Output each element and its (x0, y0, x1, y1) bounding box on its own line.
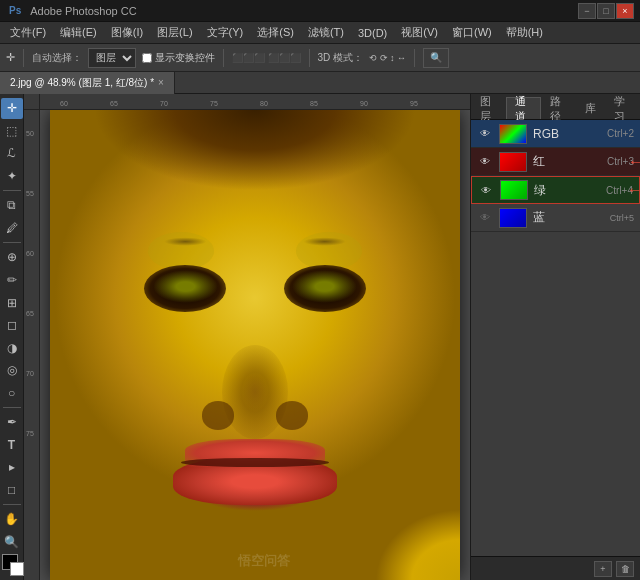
auto-select-dropdown[interactable]: 图层 (88, 48, 136, 68)
tab-learn[interactable]: 学习 (605, 97, 640, 119)
tab-layers[interactable]: 图层 (471, 97, 506, 119)
ruler-mark-80: 80 (260, 100, 268, 107)
stamp-tool[interactable]: ⊞ (1, 292, 23, 313)
menu-item-编辑(E)[interactable]: 编辑(E) (54, 23, 103, 43)
canvas-wrapper (40, 110, 470, 580)
crop-tool[interactable]: ⧉ (1, 195, 23, 216)
tool-separator-3 (3, 407, 21, 408)
menu-item-3D(D)[interactable]: 3D(D) (352, 23, 393, 43)
gradient-tool[interactable]: ◑ (1, 337, 23, 358)
3d-icons: ⟲ ⟳ ↕ ↔ (369, 53, 406, 63)
path-selection-tool[interactable]: ▸ (1, 457, 23, 478)
menu-item-视图(V)[interactable]: 视图(V) (395, 23, 444, 43)
ruler-mark-90: 90 (360, 100, 368, 107)
nose-shadow (222, 345, 288, 439)
menu-item-文件(F)[interactable]: 文件(F) (4, 23, 52, 43)
zoom-tool[interactable]: 🔍 (1, 532, 23, 553)
mouth-line (181, 458, 329, 467)
channel-row-green[interactable]: 👁 绿 Ctrl+4 ← (471, 176, 640, 204)
tab-channels[interactable]: 通道 (506, 97, 541, 119)
move-tool[interactable]: ✛ (1, 98, 23, 119)
dodge-tool[interactable]: ○ (1, 382, 23, 403)
text-tool[interactable]: T (1, 434, 23, 455)
tab-paths[interactable]: 路径 (541, 97, 576, 119)
doc-tab-label: 2.jpg @ 48.9% (图层 1, 红/8位) * (10, 76, 154, 90)
swatch-container[interactable] (2, 554, 22, 574)
align-label: ⬛⬛⬛ ⬛⬛⬛ (232, 53, 301, 63)
separator-1 (23, 49, 24, 67)
menu-item-窗口(W)[interactable]: 窗口(W) (446, 23, 498, 43)
show-transform-checkbox[interactable]: 显示变换控件 (142, 51, 215, 65)
ruler-vertical: 50 55 60 65 70 75 (24, 110, 40, 580)
pen-tool[interactable]: ✒ (1, 412, 23, 433)
visibility-icon-red[interactable]: 👁 (477, 154, 493, 170)
menu-item-文字(Y)[interactable]: 文字(Y) (201, 23, 250, 43)
tab-library[interactable]: 库 (576, 97, 605, 119)
channel-row-blue[interactable]: 👁 蓝 Ctrl+5 (471, 204, 640, 232)
eyedropper-tool[interactable]: 🖉 (1, 218, 23, 239)
lasso-tool[interactable]: ℒ (1, 143, 23, 164)
channel-row-red[interactable]: 👁 红 Ctrl+3 ← (471, 148, 640, 176)
doc-tab-active[interactable]: 2.jpg @ 48.9% (图层 1, 红/8位) * × (0, 72, 175, 94)
menu-item-图像(I)[interactable]: 图像(I) (105, 23, 149, 43)
ruler-mark-v-60: 60 (26, 250, 34, 257)
nostril-right (276, 401, 309, 429)
search-button[interactable]: 🔍 (423, 48, 449, 68)
ruler-mark-85: 85 (310, 100, 318, 107)
color-swatches (2, 554, 22, 574)
menu-item-选择(S)[interactable]: 选择(S) (251, 23, 300, 43)
delete-channel-button[interactable]: 🗑 (616, 561, 634, 577)
ruler-corner (24, 94, 40, 110)
channel-row-rgb[interactable]: 👁 RGB Ctrl+2 (471, 120, 640, 148)
tool-separator-4 (3, 504, 21, 505)
minimize-button[interactable]: − (578, 3, 596, 19)
ruler-mark-v-55: 55 (26, 190, 34, 197)
channel-thumb-green (500, 180, 528, 200)
hair-overlay (50, 110, 460, 190)
close-button[interactable]: × (616, 3, 634, 19)
tool-separator-2 (3, 242, 21, 243)
eye-highlight-right (292, 270, 358, 303)
red-arrow-green: ← (627, 182, 640, 198)
separator-3 (309, 49, 310, 67)
channel-thumb-rgb (499, 124, 527, 144)
app-title: Adobe Photoshop CC (30, 5, 136, 17)
eraser-tool[interactable]: ◻ (1, 315, 23, 336)
ruler-mark-60: 60 (60, 100, 68, 107)
shape-tool[interactable]: □ (1, 480, 23, 501)
tool-separator-1 (3, 190, 21, 191)
ruler-mark-65: 65 (110, 100, 118, 107)
canvas-area: 60 65 70 75 80 85 90 95 50 55 60 65 70 7… (24, 94, 470, 580)
channel-thumb-red (499, 152, 527, 172)
channels-panel: 👁 RGB Ctrl+2 👁 红 Ctrl+3 ← 👁 绿 Ctrl+4 (471, 120, 640, 556)
title-bar-right: − □ × (578, 3, 634, 19)
ruler-mark-v-70: 70 (26, 370, 34, 377)
brush-tool[interactable]: ✏ (1, 270, 23, 291)
visibility-icon-rgb[interactable]: 👁 (477, 126, 493, 142)
main-area: ✛ ⬚ ℒ ✦ ⧉ 🖉 ⊕ ✏ ⊞ ◻ ◑ ◎ ○ ✒ T ▸ □ ✋ 🔍 (0, 94, 640, 580)
visibility-icon-green[interactable]: 👁 (478, 182, 494, 198)
menu-item-图层(L)[interactable]: 图层(L) (151, 23, 198, 43)
menu-item-帮助(H)[interactable]: 帮助(H) (500, 23, 549, 43)
selection-tool[interactable]: ⬚ (1, 121, 23, 142)
visibility-icon-blue[interactable]: 👁 (477, 210, 493, 226)
new-channel-button[interactable]: + (594, 561, 612, 577)
move-tool-icon: ✛ (6, 51, 15, 64)
ruler-mark-95: 95 (410, 100, 418, 107)
hand-tool[interactable]: ✋ (1, 509, 23, 530)
healing-brush-tool[interactable]: ⊕ (1, 247, 23, 268)
nostril-left (202, 401, 235, 429)
photo-canvas[interactable] (50, 110, 460, 580)
blur-tool[interactable]: ◎ (1, 360, 23, 381)
channel-thumb-blue (499, 208, 527, 228)
right-panels: 图层 通道 路径 库 学习 👁 RGB Ctrl+2 (470, 94, 640, 580)
panel-tabs: 图层 通道 路径 库 学习 (471, 94, 640, 120)
doc-tab-bar: 2.jpg @ 48.9% (图层 1, 红/8位) * × (0, 72, 640, 94)
maximize-button[interactable]: □ (597, 3, 615, 19)
ruler-mark-v-50: 50 (26, 130, 34, 137)
toolbar: ✛ ⬚ ℒ ✦ ⧉ 🖉 ⊕ ✏ ⊞ ◻ ◑ ◎ ○ ✒ T ▸ □ ✋ 🔍 (0, 94, 24, 580)
magic-wand-tool[interactable]: ✦ (1, 166, 23, 187)
menu-item-滤镜(T)[interactable]: 滤镜(T) (302, 23, 350, 43)
background-swatch[interactable] (10, 562, 24, 576)
doc-tab-close[interactable]: × (158, 77, 164, 88)
